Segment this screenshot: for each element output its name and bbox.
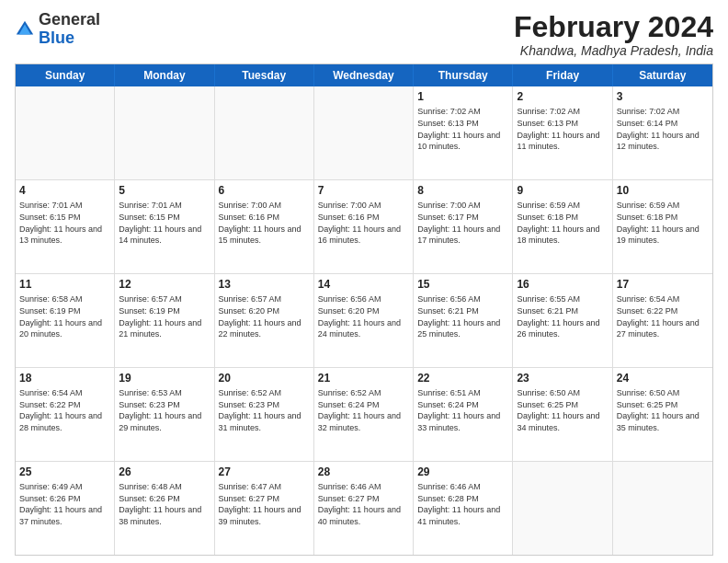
cell-4-3: 28Sunrise: 6:46 AMSunset: 6:27 PMDayligh… bbox=[314, 462, 414, 555]
cell-0-4: 1Sunrise: 7:02 AMSunset: 6:13 PMDaylight… bbox=[414, 86, 513, 179]
weekday-saturday: Saturday bbox=[613, 64, 712, 86]
weekday-friday: Friday bbox=[513, 64, 612, 86]
cell-0-3 bbox=[314, 86, 414, 179]
logo: General Blue bbox=[15, 11, 100, 48]
header: General Blue February 2024 Khandwa, Madh… bbox=[15, 11, 713, 58]
day-num-20: 20 bbox=[219, 371, 310, 385]
cell-info-19: Sunrise: 6:53 AMSunset: 6:23 PMDaylight:… bbox=[119, 387, 210, 433]
generalblue-logo-icon bbox=[15, 19, 35, 40]
cell-0-2 bbox=[215, 86, 314, 179]
day-num-4: 4 bbox=[19, 183, 110, 198]
day-num-6: 6 bbox=[219, 183, 310, 198]
cell-1-1: 5Sunrise: 7:01 AMSunset: 6:15 PMDaylight… bbox=[115, 180, 214, 273]
cell-1-0: 4Sunrise: 7:01 AMSunset: 6:15 PMDaylight… bbox=[16, 180, 115, 273]
cell-info-15: Sunrise: 6:56 AMSunset: 6:21 PMDaylight:… bbox=[417, 293, 508, 339]
cell-3-6: 24Sunrise: 6:50 AMSunset: 6:25 PMDayligh… bbox=[613, 368, 712, 461]
logo-general: General bbox=[39, 10, 100, 29]
weekday-tuesday: Tuesday bbox=[215, 64, 314, 86]
logo-blue: Blue bbox=[39, 29, 74, 47]
day-num-5: 5 bbox=[119, 183, 210, 198]
cell-info-8: Sunrise: 7:00 AMSunset: 6:17 PMDaylight:… bbox=[417, 200, 508, 246]
cell-info-12: Sunrise: 6:57 AMSunset: 6:19 PMDaylight:… bbox=[119, 293, 210, 339]
cell-info-7: Sunrise: 7:00 AMSunset: 6:16 PMDaylight:… bbox=[318, 200, 409, 246]
cell-4-0: 25Sunrise: 6:49 AMSunset: 6:26 PMDayligh… bbox=[16, 462, 115, 555]
day-num-14: 14 bbox=[318, 277, 409, 292]
weekday-wednesday: Wednesday bbox=[314, 64, 414, 86]
cell-1-6: 10Sunrise: 6:59 AMSunset: 6:18 PMDayligh… bbox=[613, 180, 712, 273]
cell-3-1: 19Sunrise: 6:53 AMSunset: 6:23 PMDayligh… bbox=[115, 368, 214, 461]
cell-info-5: Sunrise: 7:01 AMSunset: 6:15 PMDaylight:… bbox=[119, 200, 210, 246]
cell-2-1: 12Sunrise: 6:57 AMSunset: 6:19 PMDayligh… bbox=[115, 274, 214, 367]
week-row-3: 11Sunrise: 6:58 AMSunset: 6:19 PMDayligh… bbox=[16, 274, 712, 368]
cell-info-9: Sunrise: 6:59 AMSunset: 6:18 PMDaylight:… bbox=[517, 200, 608, 246]
cell-info-2: Sunrise: 7:02 AMSunset: 6:13 PMDaylight:… bbox=[517, 106, 608, 152]
cell-0-1 bbox=[115, 86, 214, 179]
cell-info-6: Sunrise: 7:00 AMSunset: 6:16 PMDaylight:… bbox=[219, 200, 310, 246]
cell-3-0: 18Sunrise: 6:54 AMSunset: 6:22 PMDayligh… bbox=[16, 368, 115, 461]
cell-info-4: Sunrise: 7:01 AMSunset: 6:15 PMDaylight:… bbox=[19, 200, 110, 246]
day-num-10: 10 bbox=[617, 183, 709, 198]
cell-info-3: Sunrise: 7:02 AMSunset: 6:14 PMDaylight:… bbox=[617, 106, 709, 152]
cell-info-25: Sunrise: 6:49 AMSunset: 6:26 PMDaylight:… bbox=[19, 481, 110, 527]
cell-0-0 bbox=[16, 86, 115, 179]
page: General Blue February 2024 Khandwa, Madh… bbox=[0, 0, 728, 563]
day-num-8: 8 bbox=[417, 183, 508, 198]
day-num-26: 26 bbox=[119, 465, 210, 479]
cell-0-5: 2Sunrise: 7:02 AMSunset: 6:13 PMDaylight… bbox=[513, 86, 612, 179]
cell-info-14: Sunrise: 6:56 AMSunset: 6:20 PMDaylight:… bbox=[318, 293, 409, 339]
cell-1-2: 6Sunrise: 7:00 AMSunset: 6:16 PMDaylight… bbox=[215, 180, 314, 273]
day-num-23: 23 bbox=[517, 371, 608, 385]
cell-4-1: 26Sunrise: 6:48 AMSunset: 6:26 PMDayligh… bbox=[115, 462, 214, 555]
day-num-15: 15 bbox=[417, 277, 508, 292]
day-num-18: 18 bbox=[19, 371, 110, 385]
day-num-1: 1 bbox=[417, 89, 508, 104]
day-num-21: 21 bbox=[318, 371, 409, 385]
cell-2-0: 11Sunrise: 6:58 AMSunset: 6:19 PMDayligh… bbox=[16, 274, 115, 367]
month-title: February 2024 bbox=[514, 11, 713, 43]
cell-info-26: Sunrise: 6:48 AMSunset: 6:26 PMDaylight:… bbox=[119, 481, 210, 527]
day-num-19: 19 bbox=[119, 371, 210, 385]
cell-info-27: Sunrise: 6:47 AMSunset: 6:27 PMDaylight:… bbox=[219, 481, 310, 527]
weekday-sunday: Sunday bbox=[16, 64, 115, 86]
cell-info-16: Sunrise: 6:55 AMSunset: 6:21 PMDaylight:… bbox=[517, 293, 608, 339]
day-num-25: 25 bbox=[19, 465, 110, 479]
cell-3-2: 20Sunrise: 6:52 AMSunset: 6:23 PMDayligh… bbox=[215, 368, 314, 461]
day-num-2: 2 bbox=[517, 89, 608, 104]
cell-info-28: Sunrise: 6:46 AMSunset: 6:27 PMDaylight:… bbox=[318, 481, 409, 527]
title-block: February 2024 Khandwa, Madhya Pradesh, I… bbox=[514, 11, 713, 58]
day-num-9: 9 bbox=[517, 183, 608, 198]
cell-2-3: 14Sunrise: 6:56 AMSunset: 6:20 PMDayligh… bbox=[314, 274, 414, 367]
cell-3-5: 23Sunrise: 6:50 AMSunset: 6:25 PMDayligh… bbox=[513, 368, 612, 461]
location: Khandwa, Madhya Pradesh, India bbox=[514, 43, 713, 58]
cell-2-4: 15Sunrise: 6:56 AMSunset: 6:21 PMDayligh… bbox=[414, 274, 513, 367]
calendar-body: 1Sunrise: 7:02 AMSunset: 6:13 PMDaylight… bbox=[16, 86, 712, 555]
cell-4-4: 29Sunrise: 6:46 AMSunset: 6:28 PMDayligh… bbox=[414, 462, 513, 555]
day-num-13: 13 bbox=[219, 277, 310, 292]
day-num-11: 11 bbox=[19, 277, 110, 292]
day-num-17: 17 bbox=[617, 277, 709, 292]
week-row-4: 18Sunrise: 6:54 AMSunset: 6:22 PMDayligh… bbox=[16, 368, 712, 462]
cell-info-11: Sunrise: 6:58 AMSunset: 6:19 PMDaylight:… bbox=[19, 293, 110, 339]
day-num-3: 3 bbox=[617, 89, 709, 104]
day-num-27: 27 bbox=[219, 465, 310, 479]
cell-2-6: 17Sunrise: 6:54 AMSunset: 6:22 PMDayligh… bbox=[613, 274, 712, 367]
cell-info-23: Sunrise: 6:50 AMSunset: 6:25 PMDaylight:… bbox=[517, 387, 608, 433]
day-num-16: 16 bbox=[517, 277, 608, 292]
cell-4-6 bbox=[613, 462, 712, 555]
cell-info-21: Sunrise: 6:52 AMSunset: 6:24 PMDaylight:… bbox=[318, 387, 409, 433]
cell-info-1: Sunrise: 7:02 AMSunset: 6:13 PMDaylight:… bbox=[417, 106, 508, 152]
cell-info-18: Sunrise: 6:54 AMSunset: 6:22 PMDaylight:… bbox=[19, 387, 110, 433]
logo-text: General Blue bbox=[39, 11, 100, 48]
cell-info-10: Sunrise: 6:59 AMSunset: 6:18 PMDaylight:… bbox=[617, 200, 709, 246]
week-row-2: 4Sunrise: 7:01 AMSunset: 6:15 PMDaylight… bbox=[16, 180, 712, 274]
cell-2-5: 16Sunrise: 6:55 AMSunset: 6:21 PMDayligh… bbox=[513, 274, 612, 367]
day-num-7: 7 bbox=[318, 183, 409, 198]
cell-1-5: 9Sunrise: 6:59 AMSunset: 6:18 PMDaylight… bbox=[513, 180, 612, 273]
cell-info-20: Sunrise: 6:52 AMSunset: 6:23 PMDaylight:… bbox=[219, 387, 310, 433]
cell-info-22: Sunrise: 6:51 AMSunset: 6:24 PMDaylight:… bbox=[417, 387, 508, 433]
calendar: Sunday Monday Tuesday Wednesday Thursday… bbox=[15, 63, 713, 556]
cell-info-17: Sunrise: 6:54 AMSunset: 6:22 PMDaylight:… bbox=[617, 293, 709, 339]
day-num-22: 22 bbox=[417, 371, 508, 385]
cell-3-4: 22Sunrise: 6:51 AMSunset: 6:24 PMDayligh… bbox=[414, 368, 513, 461]
cell-0-6: 3Sunrise: 7:02 AMSunset: 6:14 PMDaylight… bbox=[613, 86, 712, 179]
